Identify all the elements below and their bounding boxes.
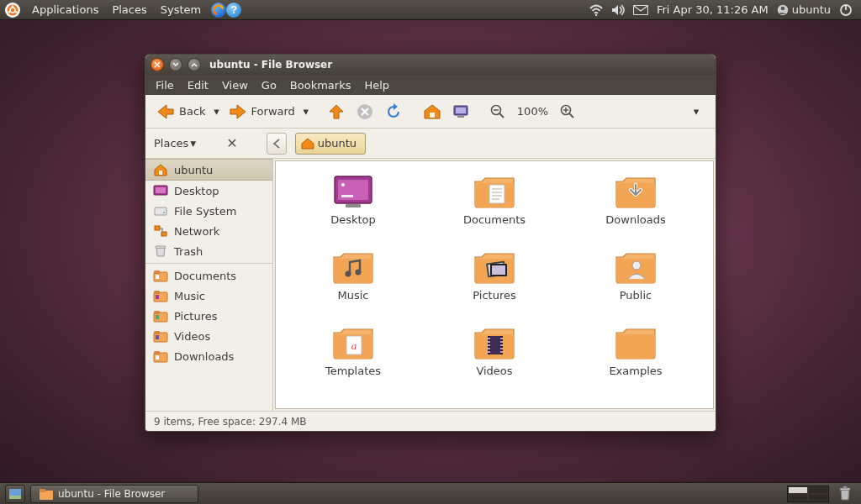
sidebar-item-trash[interactable]: Trash [145, 241, 272, 261]
breadcrumb-back-button[interactable] [267, 133, 287, 155]
svg-rect-28 [155, 226, 160, 230]
svg-rect-38 [154, 311, 160, 314]
top-panel: Applications Places System ? Fri Apr 30,… [0, 0, 861, 20]
trash-applet-icon[interactable] [836, 486, 854, 502]
back-button[interactable]: Back [152, 101, 209, 123]
svg-point-3 [8, 11, 11, 13]
svg-rect-39 [156, 315, 159, 319]
bottom-panel: ubuntu - File Browser [0, 482, 861, 504]
user-label: ubuntu [792, 3, 831, 16]
forward-dropdown[interactable]: ▾ [302, 105, 310, 118]
menu-view[interactable]: View [215, 79, 255, 92]
sidebar-item-pictures[interactable]: Pictures [145, 306, 272, 326]
file-label: Examples [609, 365, 662, 377]
zoom-in-button[interactable] [557, 102, 578, 121]
sidebar-item-file-system[interactable]: File System [145, 201, 272, 221]
folder-dl-icon [614, 173, 658, 210]
home-button[interactable] [420, 102, 445, 122]
clock[interactable]: Fri Apr 30, 11:26 AM [657, 3, 769, 16]
svg-rect-61 [492, 265, 505, 275]
sidebar-item-music[interactable]: Music [145, 286, 272, 306]
bm-dl-icon [152, 349, 169, 364]
file-item-desktop[interactable]: Desktop [294, 173, 412, 249]
show-desktop-button[interactable] [5, 485, 25, 503]
volume-icon[interactable] [611, 4, 625, 16]
file-item-templates[interactable]: aTemplates [294, 324, 412, 400]
workspace-switcher[interactable] [787, 486, 829, 502]
menu-places[interactable]: Places [105, 3, 153, 16]
file-label: Documents [463, 213, 526, 226]
bm-vid-icon [152, 328, 169, 344]
window-maximize-button[interactable] [188, 58, 201, 71]
file-item-examples[interactable]: Examples [577, 324, 695, 400]
svg-rect-81 [40, 489, 45, 492]
menu-help[interactable]: Help [357, 79, 396, 92]
up-button[interactable] [324, 101, 349, 123]
ubuntu-logo-icon[interactable] [5, 3, 20, 18]
sidebar-item-downloads[interactable]: Downloads [145, 346, 272, 366]
taskbar-item-file-browser[interactable]: ubuntu - File Browser [30, 485, 198, 503]
bm-doc-icon [152, 268, 169, 283]
network-icon [152, 223, 169, 239]
svg-line-20 [569, 113, 573, 118]
zoom-out-button[interactable] [487, 102, 509, 121]
svg-rect-36 [156, 295, 159, 299]
sidebar-item-documents[interactable]: Documents [145, 265, 272, 286]
window-minimize-button[interactable] [169, 58, 182, 71]
menu-bookmarks[interactable]: Bookmarks [283, 79, 358, 92]
svg-rect-42 [156, 335, 159, 339]
window-title: ubuntu - File Browser [209, 59, 332, 71]
file-item-documents[interactable]: Documents [436, 173, 553, 249]
svg-rect-51 [489, 185, 504, 203]
svg-point-2 [12, 5, 14, 8]
breadcrumb-current[interactable]: ubuntu [295, 133, 366, 155]
file-item-music[interactable]: Music [294, 249, 412, 324]
menu-file[interactable]: File [149, 79, 181, 92]
folder-doc-icon [473, 173, 516, 210]
places-header[interactable]: Places▼ [154, 137, 196, 150]
sidebar-item-videos[interactable]: Videos [145, 326, 272, 346]
file-label: Templates [325, 365, 381, 377]
network-icon[interactable] [589, 4, 603, 16]
sidebar-item-desktop[interactable]: Desktop [145, 181, 272, 201]
svg-rect-33 [156, 275, 159, 279]
view-dropdown[interactable]: ▾ [692, 105, 700, 118]
svg-rect-26 [155, 207, 166, 215]
desktop-big-icon [331, 173, 375, 210]
file-item-downloads[interactable]: Downloads [577, 173, 695, 249]
reload-button[interactable] [381, 101, 406, 123]
power-icon[interactable] [839, 3, 853, 17]
user-menu[interactable]: ubuntu [777, 3, 831, 16]
firefox-icon[interactable] [211, 3, 226, 18]
svg-rect-79 [9, 496, 21, 499]
file-item-videos[interactable]: Videos [436, 324, 553, 400]
computer-button[interactable] [448, 102, 473, 122]
places-sidebar: ubuntuDesktopFile SystemNetworkTrashDocu… [145, 159, 273, 411]
svg-rect-77 [500, 351, 503, 353]
window-titlebar[interactable]: ubuntu - File Browser [145, 55, 716, 75]
file-item-public[interactable]: Public [577, 249, 695, 324]
menubar: File Edit View Go Bookmarks Help [145, 75, 716, 95]
menu-system[interactable]: System [154, 3, 208, 16]
help-icon[interactable]: ? [226, 3, 241, 18]
zoom-level: 100% [512, 105, 553, 118]
file-item-pictures[interactable]: Pictures [436, 249, 553, 324]
window-close-button[interactable] [151, 58, 164, 71]
system-tray: Fri Apr 30, 11:26 AM ubuntu [589, 3, 858, 17]
desktop-icon [152, 183, 169, 198]
menu-go[interactable]: Go [255, 79, 283, 92]
mail-icon[interactable] [633, 5, 648, 15]
svg-rect-35 [154, 291, 160, 294]
forward-button[interactable]: Forward [224, 101, 298, 123]
sidebar-item-ubuntu[interactable]: ubuntu [145, 159, 272, 181]
folder-vid-icon [473, 324, 516, 361]
menu-applications[interactable]: Applications [25, 3, 105, 16]
svg-rect-23 [159, 171, 162, 175]
sidebar-item-network[interactable]: Network [145, 221, 272, 241]
stop-button[interactable] [352, 101, 378, 123]
sidebar-item-label: Videos [174, 330, 210, 343]
svg-rect-49 [341, 195, 353, 197]
sidebar-close-icon[interactable]: ✕ [226, 135, 237, 151]
menu-edit[interactable]: Edit [181, 79, 215, 92]
back-dropdown[interactable]: ▾ [213, 105, 221, 118]
